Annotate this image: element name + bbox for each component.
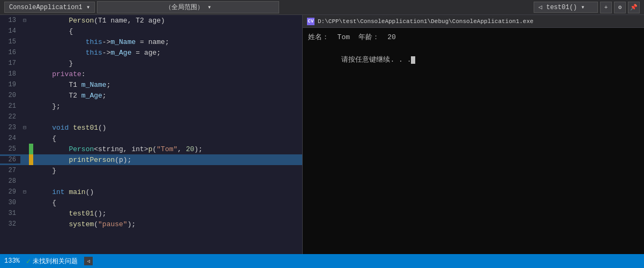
line-content-31: test01(); — [33, 210, 302, 218]
code-line-32: 32 system("pause"); — [0, 219, 302, 229]
code-line-14: 14 { — [0, 26, 302, 36]
status-check-area: ✓ 未找到相关问题 — [26, 257, 78, 266]
title-bar-right: ◁ test01() ▾ + ⚙ 📌 — [534, 2, 640, 13]
settings-icon: ⚙ — [618, 4, 622, 11]
line-number-16: 16 — [0, 49, 20, 56]
code-line-30: 30 { — [0, 197, 302, 208]
line-number-18: 18 — [0, 70, 20, 78]
console-app-icon: CV — [307, 18, 314, 25]
line-indicator-26 — [29, 154, 33, 165]
scope-dropdown[interactable]: （全局范围） ▾ — [97, 1, 279, 13]
console-title-bar: CV D:\CPP\test\ConsoleApplication1\Debug… — [303, 15, 644, 28]
line-number-28: 28 — [0, 177, 20, 185]
title-bar-left: ConsoleApplication1 ▾ （全局范围） ▾ — [4, 1, 529, 13]
line-number-31: 31 — [0, 210, 20, 217]
line-content-24: { — [33, 135, 302, 143]
test-label: ◁ test01() — [538, 4, 577, 11]
line-content-23: void test01() — [33, 124, 302, 132]
line-number-27: 27 — [0, 167, 20, 174]
check-icon: ✓ — [26, 257, 31, 266]
code-line-26: 26 printPerson(p); — [0, 154, 302, 165]
code-line-25: 25 Person<string, int>p("Tom", 20); — [0, 144, 302, 154]
app-name-dropdown[interactable]: ConsoleApplication1 ▾ — [4, 2, 95, 13]
line-content-25: Person<string, int>p("Tom", 20); — [33, 145, 302, 153]
add-tab-button[interactable]: + — [600, 2, 612, 13]
code-line-29: 29⊟ int main() — [0, 187, 302, 197]
line-content-30: { — [33, 199, 302, 207]
line-number-24: 24 — [0, 135, 20, 142]
line-content-20: T2 m_Age; — [33, 92, 302, 100]
code-line-24: 24 { — [0, 133, 302, 144]
line-number-14: 14 — [0, 27, 20, 35]
line-number-29: 29 — [0, 188, 20, 196]
code-lines: 13⊟ Person(T1 name, T2 age)14 {15 this->… — [0, 15, 302, 229]
code-line-31: 31 test01(); — [0, 208, 302, 219]
line-number-15: 15 — [0, 38, 20, 46]
code-line-28: 28 — [0, 176, 302, 187]
line-number-22: 22 — [0, 113, 20, 121]
code-line-27: 27 } — [0, 165, 302, 176]
line-number-32: 32 — [0, 220, 20, 228]
code-editor[interactable]: 13⊟ Person(T1 name, T2 age)14 {15 this->… — [0, 15, 303, 254]
fold-icon-23[interactable]: ⊟ — [20, 124, 29, 131]
add-tab-icon: + — [604, 4, 608, 11]
settings-button[interactable]: ⚙ — [614, 2, 626, 13]
line-content-15: this->m_Name = name; — [33, 38, 302, 46]
pin-icon: 📌 — [630, 4, 638, 11]
code-line-13: 13⊟ Person(T1 name, T2 age) — [0, 15, 302, 26]
cursor — [411, 56, 415, 64]
console-content: 姓名： Tom 年龄： 20 请按任意键继续. . . — [303, 28, 644, 254]
code-line-15: 15 this->m_Name = name; — [0, 36, 302, 47]
line-content-32: system("pause"); — [33, 220, 302, 228]
status-message: 未找到相关问题 — [33, 257, 78, 266]
code-line-20: 20 T2 m_Age; — [0, 90, 302, 101]
main-layout: 13⊟ Person(T1 name, T2 age)14 {15 this->… — [0, 15, 644, 254]
code-line-19: 19 T1 m_Name; — [0, 79, 302, 90]
line-content-27: } — [33, 167, 302, 175]
status-left: 133% ✓ 未找到相关问题 ◁ — [4, 257, 93, 266]
line-content-29: int main() — [33, 188, 302, 196]
scroll-left-button[interactable]: ◁ — [84, 257, 93, 265]
line-content-18: private: — [33, 70, 302, 78]
line-number-19: 19 — [0, 81, 20, 88]
console-title-path: D:\CPP\test\ConsoleApplication1\Debug\Co… — [318, 18, 534, 25]
pin-button[interactable]: 📌 — [628, 2, 640, 13]
console-icon-label: CV — [308, 19, 314, 24]
line-content-16: this->m_Age = age; — [33, 49, 302, 57]
line-indicator-25 — [29, 144, 33, 154]
title-bar: ConsoleApplication1 ▾ （全局范围） ▾ ◁ test01(… — [0, 0, 644, 15]
console-line-1: 姓名： Tom 年龄： 20 — [308, 32, 639, 43]
line-number-17: 17 — [0, 59, 20, 67]
line-content-14: { — [33, 27, 302, 35]
console-line-2-text: 请按任意键继续. . . — [341, 56, 411, 64]
console-line-2: 请按任意键继续. . . — [308, 43, 639, 77]
fold-icon-13[interactable]: ⊟ — [20, 17, 29, 24]
line-number-21: 21 — [0, 102, 20, 110]
code-line-23: 23⊟ void test01() — [0, 122, 302, 133]
test-dropdown[interactable]: ◁ test01() ▾ — [534, 2, 598, 13]
line-content-26: printPerson(p); — [33, 156, 302, 164]
fold-icon-29[interactable]: ⊟ — [20, 189, 29, 195]
line-content-19: T1 m_Name; — [33, 81, 302, 89]
line-content-21: }; — [33, 102, 302, 110]
line-number-20: 20 — [0, 92, 20, 99]
code-line-18: 18 private: — [0, 69, 302, 79]
line-number-25: 25 — [0, 145, 20, 153]
line-number-30: 30 — [0, 199, 20, 206]
line-number-26: 26 — [0, 156, 20, 163]
line-number-23: 23 — [0, 124, 20, 131]
line-content-17: } — [33, 59, 302, 68]
zoom-level: 133% — [4, 257, 20, 265]
code-line-16: 16 this->m_Age = age; — [0, 47, 302, 58]
line-number-13: 13 — [0, 17, 20, 24]
code-line-22: 22 — [0, 111, 302, 122]
console-panel: CV D:\CPP\test\ConsoleApplication1\Debug… — [303, 15, 644, 254]
scroll-arrow-icon: ◁ — [87, 258, 90, 264]
scope-label: （全局范围） — [165, 4, 204, 11]
status-bar: 133% ✓ 未找到相关问题 ◁ — [0, 254, 644, 268]
code-line-21: 21 }; — [0, 101, 302, 111]
app-name-label: ConsoleApplication1 — [9, 4, 83, 11]
line-content-13: Person(T1 name, T2 age) — [33, 17, 302, 25]
code-line-17: 17 } — [0, 58, 302, 69]
